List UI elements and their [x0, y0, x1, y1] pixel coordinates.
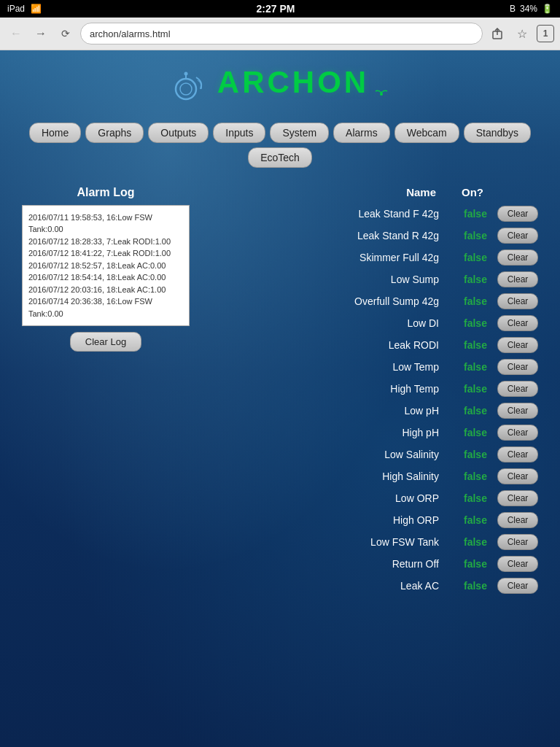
alarm-name-6: Leak RODI [204, 339, 454, 351]
clear-button-4[interactable]: Clear [497, 293, 538, 309]
clear-button-8[interactable]: Clear [497, 381, 538, 397]
bookmark-button[interactable]: ☆ [512, 23, 532, 44]
table-row: Leak RODI false Clear [204, 334, 538, 356]
forward-button[interactable]: → [31, 23, 51, 44]
table-row: Low pH false Clear [204, 400, 538, 422]
ipad-label: iPad [7, 4, 25, 14]
nav-outputs[interactable]: Outputs [148, 123, 209, 143]
clear-button-10[interactable]: Clear [497, 425, 538, 441]
alarm-name-2: Skimmer Full 42g [204, 252, 454, 263]
table-row: Leak Stand F 42g false Clear [204, 203, 538, 225]
table-row: Skimmer Full 42g false Clear [204, 247, 538, 268]
alarm-name-12: High Salinity [204, 471, 454, 482]
bluetooth-icon: B [510, 4, 516, 14]
clear-button-14[interactable]: Clear [497, 512, 538, 528]
log-entry-6: 2016/07/14 20:36:38, 16:Low FSW Tank:0.0… [28, 295, 183, 320]
alarm-status-15: false [454, 536, 497, 548]
alarm-name-1: Leak Stand R 42g [204, 230, 454, 241]
clear-button-0[interactable]: Clear [497, 206, 538, 222]
alarm-name-14: High ORP [204, 514, 454, 526]
alarm-status-12: false [454, 471, 497, 482]
alarm-status-16: false [454, 558, 497, 570]
log-entry-2: 2016/07/12 18:41:22, 7:Leak RODI:1.00 [28, 247, 183, 260]
refresh-button[interactable]: ⟳ [55, 23, 76, 44]
nav-standbys[interactable]: Standbys [464, 123, 531, 143]
col-name-header: Name [204, 186, 451, 198]
nav-webcam[interactable]: Webcam [394, 123, 459, 143]
status-left: iPad 📶 [7, 4, 42, 14]
browser-actions: ☆ 1 [487, 23, 554, 44]
back-button[interactable]: ← [6, 23, 26, 44]
table-row: Low ORP false Clear [204, 487, 538, 509]
address-bar[interactable]: archon/alarms.html [80, 23, 483, 44]
table-row: Low Sump false Clear [204, 268, 538, 290]
col-on-header: On? [451, 186, 494, 198]
clear-button-3[interactable]: Clear [497, 271, 538, 287]
alarm-status-1: false [454, 230, 497, 241]
status-bar: iPad 📶 2:27 PM B 34% 🔋 [0, 0, 560, 18]
clear-button-13[interactable]: Clear [497, 490, 538, 506]
nav-ecotech[interactable]: EcoTech [248, 147, 312, 168]
table-row: High pH false Clear [204, 422, 538, 444]
svg-point-5 [184, 71, 188, 75]
alarm-name-3: Low Sump [204, 274, 454, 285]
url-text: archon/alarms.html [90, 28, 171, 39]
clear-button-12[interactable]: Clear [497, 468, 538, 484]
tab-count[interactable]: 1 [537, 25, 554, 42]
clear-button-5[interactable]: Clear [497, 315, 538, 331]
clear-button-7[interactable]: Clear [497, 359, 538, 375]
alarm-log-title: Alarm Log [22, 186, 190, 199]
clear-button-17[interactable]: Clear [497, 578, 538, 594]
battery-icon: 🔋 [542, 4, 553, 14]
clear-log-button[interactable]: Clear Log [70, 332, 141, 352]
clear-button-6[interactable]: Clear [497, 337, 538, 353]
table-row: High Temp false Clear [204, 378, 538, 400]
browser-chrome: ← → ⟳ archon/alarms.html ☆ 1 [0, 18, 560, 50]
svg-point-2 [176, 79, 196, 99]
share-button[interactable] [487, 23, 508, 44]
battery-percent: 34% [520, 4, 537, 14]
alarm-log-section: Alarm Log 2016/07/11 19:58:53, 16:Low FS… [22, 186, 190, 352]
wifi-icon: 📶 [31, 4, 42, 14]
alarm-name-9: Low pH [204, 405, 454, 417]
nav-alarms[interactable]: Alarms [333, 123, 390, 143]
alarm-status-10: false [454, 427, 497, 438]
nav-home[interactable]: Home [29, 123, 81, 143]
nav-system[interactable]: System [270, 123, 329, 143]
page-content: ARCHON Home Graphs Outputs Inputs System… [0, 50, 560, 640]
table-row: Overfull Sump 42g false Clear [204, 290, 538, 312]
clear-button-1[interactable]: Clear [497, 228, 538, 244]
log-entry-0: 2016/07/11 19:58:53, 16:Low FSW Tank:0.0… [28, 212, 183, 236]
alarm-status-2: false [454, 252, 497, 263]
clear-button-16[interactable]: Clear [497, 556, 538, 572]
alarm-name-4: Overfull Sump 42g [204, 295, 454, 307]
log-entry-5: 2016/07/12 20:03:16, 18:Leak AC:1.00 [28, 284, 183, 296]
alarm-name-8: High Temp [204, 383, 454, 395]
alarm-status-3: false [454, 274, 497, 285]
log-entry-4: 2016/07/12 18:54:14, 18:Leak AC:0.00 [28, 271, 183, 284]
logo-area: ARCHON [0, 50, 560, 115]
nav-inputs[interactable]: Inputs [213, 123, 265, 143]
svg-point-3 [180, 83, 192, 95]
alarm-status-11: false [454, 449, 497, 460]
alarm-status-14: false [454, 514, 497, 526]
table-row: Leak AC false Clear [204, 575, 538, 597]
alarm-status-13: false [454, 492, 497, 504]
clear-button-15[interactable]: Clear [497, 534, 538, 550]
alarm-name-5: Low DI [204, 317, 454, 329]
logo-wifi-icon [374, 82, 389, 97]
alarm-status-7: false [454, 361, 497, 373]
clear-button-9[interactable]: Clear [497, 403, 538, 419]
nav-graphs[interactable]: Graphs [85, 123, 144, 143]
alarm-log-box: 2016/07/11 19:58:53, 16:Low FSW Tank:0.0… [22, 205, 190, 327]
logo-text: ARCHON [217, 65, 369, 99]
log-entry-3: 2016/07/12 18:52:57, 18:Leak AC:0.00 [28, 260, 183, 272]
alarm-name-10: High pH [204, 427, 454, 438]
alarm-status-5: false [454, 317, 497, 329]
alarms-header: Name On? [204, 186, 538, 203]
clear-button-2[interactable]: Clear [497, 249, 538, 266]
alarm-name-11: Low Salinity [204, 449, 454, 460]
clear-button-11[interactable]: Clear [497, 446, 538, 462]
table-row: High Salinity false Clear [204, 465, 538, 487]
alarm-name-17: Leak AC [204, 580, 454, 592]
